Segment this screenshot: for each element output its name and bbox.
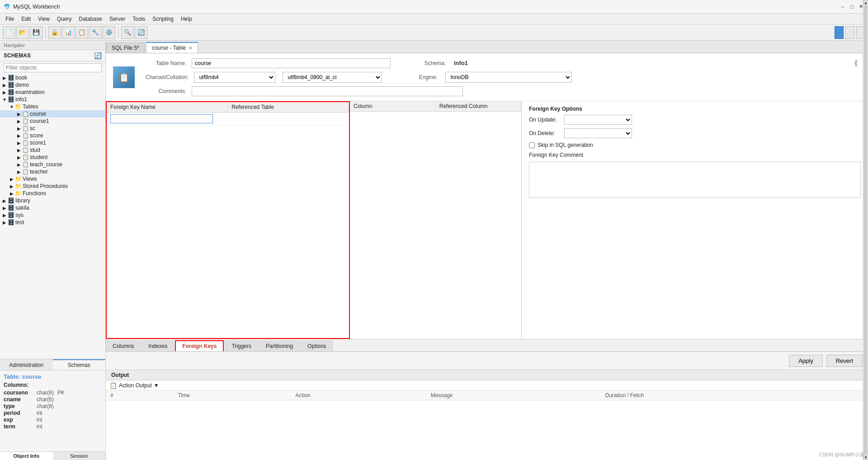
table-teach-course[interactable]: ▶ 📋 teach_course: [0, 161, 105, 168]
toolbar-save[interactable]: 💾: [30, 26, 42, 39]
table-teacher[interactable]: ▶ 📋 teacher: [0, 168, 105, 175]
revert-button[interactable]: Revert: [826, 355, 863, 367]
tab-options[interactable]: Options: [301, 341, 333, 351]
tab-course-close-btn[interactable]: ✕: [189, 46, 192, 51]
output-header: Output: [106, 370, 868, 380]
apply-button[interactable]: Apply: [789, 355, 823, 367]
fk-skip-sql-checkbox[interactable]: [529, 142, 535, 148]
toolbar-layout1[interactable]: [835, 26, 844, 39]
schema-info1[interactable]: ▼ 🗄️ info1: [0, 96, 105, 103]
comments-input[interactable]: [192, 86, 463, 96]
table-sc[interactable]: ▶ 📋 sc: [0, 125, 105, 132]
folder-views[interactable]: ▶ 📁 Views: [0, 175, 105, 183]
schema-book[interactable]: ▶ 🗄️ book: [0, 74, 105, 81]
charset-select[interactable]: utf8mb4: [194, 72, 275, 83]
table-score1[interactable]: ▶ 📋 score1: [0, 139, 105, 146]
menu-help[interactable]: Help: [177, 15, 196, 23]
folder-tables[interactable]: ▼ 📁 Tables: [0, 103, 105, 110]
tab-object-info[interactable]: Object Info: [0, 452, 53, 460]
table-course[interactable]: ▶ 📋 course: [0, 110, 105, 117]
toolbar: 📄 📂 💾 🔒 📊 📋 🔧 ⚙️ 🔍 🔄: [0, 24, 868, 41]
table-student[interactable]: ▶ 📋 student: [0, 154, 105, 161]
table-student-label: student: [30, 154, 47, 160]
toolbar-btn5[interactable]: 📊: [62, 26, 75, 39]
tab-triggers[interactable]: Triggers: [225, 341, 258, 351]
menu-edit[interactable]: Edit: [18, 15, 34, 23]
app-title: MySQL Workbench: [13, 4, 60, 10]
filter-objects-input[interactable]: [4, 63, 102, 72]
fk-on-update-row: On Update:: [529, 115, 861, 125]
tab-session[interactable]: Session: [53, 452, 106, 460]
comments-label: Comments:: [146, 88, 186, 94]
scroll-thumb[interactable]: [863, 101, 868, 339]
fk-on-delete-row: On Delete:: [529, 128, 861, 138]
tab-schemas[interactable]: Schemas: [53, 359, 106, 370]
toolbar-new[interactable]: 📄: [3, 26, 15, 39]
toolbar-layout2[interactable]: [845, 26, 854, 39]
maximize-button[interactable]: □: [848, 3, 855, 10]
fk-on-update-select[interactable]: [564, 115, 632, 125]
fk-col-name: Foreign Key Name: [107, 102, 228, 113]
schema-test-label: test: [15, 219, 24, 225]
engine-select[interactable]: InnoDB: [445, 72, 572, 83]
table-editor: 📋 Table Name: Schema: info1 ⟪ Charset/Co…: [106, 53, 868, 460]
fk-middle-panel: Column Referenced Column: [350, 101, 522, 339]
menu-view[interactable]: View: [34, 15, 53, 23]
output-dropdown-arrow[interactable]: ▼: [154, 382, 159, 389]
fk-name-input[interactable]: [110, 114, 213, 123]
schema-tree: ▶ 🗄️ book ▶ 🗄️ demo ▶ 🗄️ examination: [0, 74, 105, 359]
tab-course-table[interactable]: course - Table ✕: [146, 42, 198, 53]
menu-file[interactable]: File: [2, 15, 18, 23]
tab-foreign-keys[interactable]: Foreign Keys: [175, 340, 224, 351]
tab-indexes[interactable]: Indexes: [142, 341, 174, 351]
tab-partitioning[interactable]: Partitioning: [259, 341, 300, 351]
minimize-button[interactable]: −: [839, 3, 846, 10]
fk-skip-sql-label: Skip in SQL generation: [538, 142, 593, 148]
table-name-input[interactable]: [192, 58, 391, 68]
toolbar-open[interactable]: 📂: [16, 26, 29, 39]
menu-query[interactable]: Query: [53, 15, 75, 23]
tab-administration[interactable]: Administration: [0, 359, 53, 370]
table-course1[interactable]: ▶ 📋 course1: [0, 117, 105, 125]
menu-tools[interactable]: Tools: [129, 15, 149, 23]
toolbar-btn4[interactable]: 🔒: [48, 26, 61, 39]
menu-scripting[interactable]: Scripting: [149, 15, 177, 23]
schema-label: Schema:: [405, 60, 446, 66]
cols-label: Columns:: [4, 382, 102, 388]
collation-select[interactable]: utf8mb4_0900_ai_ci: [283, 72, 382, 83]
schema-examination[interactable]: ▶ 🗄️ examination: [0, 89, 105, 96]
schema-test[interactable]: ▶ 🗄️ test: [0, 219, 105, 226]
menu-server[interactable]: Server: [106, 15, 129, 23]
toolbar-btn8[interactable]: ⚙️: [103, 26, 115, 39]
table-stud[interactable]: ▶ 📋 stud: [0, 146, 105, 154]
fk-comment-textarea[interactable]: [529, 162, 861, 198]
output-table: # Time Action Message Duration / Fetch: [106, 391, 868, 460]
left-panel: Navigator SCHEMAS 🔄 ▶ 🗄️ book ▶ 🗄️ demo: [0, 41, 106, 460]
toolbar-search[interactable]: 🔍: [121, 26, 134, 39]
output-panel: Output 📋 Action Output ▼ # Time Action: [106, 370, 868, 460]
toolbar-btn6[interactable]: 📋: [75, 26, 88, 39]
schema-library[interactable]: ▶ 🗄️ library: [0, 197, 105, 204]
folder-functions[interactable]: ▶ 📁 Functions: [0, 190, 105, 197]
tab-columns[interactable]: Columns: [106, 341, 141, 351]
folder-stored-procedures[interactable]: ▶ 📁 Stored Procedures: [0, 183, 105, 190]
fk-right-scrollbar[interactable]: ▲ ▼: [863, 101, 868, 339]
title-bar: 🐬 MySQL Workbench − □ ✕: [0, 0, 868, 14]
schema-demo[interactable]: ▶ 🗄️ demo: [0, 81, 105, 89]
schema-sakila[interactable]: ▶ 🗄️ sakila: [0, 204, 105, 211]
toolbar-btn7[interactable]: 🔧: [89, 26, 102, 39]
menu-database[interactable]: Database: [75, 15, 106, 23]
schemas-refresh-icon[interactable]: 🔄: [94, 52, 102, 59]
obj-session-tabs: Object Info Session: [0, 451, 105, 460]
tab-sql-file[interactable]: SQL File 5*: [106, 42, 145, 53]
table-score[interactable]: ▶ 📋 score: [0, 132, 105, 139]
fk-middle-row: [350, 112, 521, 112]
table-course-label: course: [30, 111, 46, 117]
info-panel: Table: course Columns: courseno char(6) …: [0, 370, 105, 451]
collapse-button[interactable]: ⟪: [851, 58, 861, 68]
watermark: CSDN @GUMP小吴: [819, 451, 864, 458]
schema-sys[interactable]: ▶ 🗄️ sys: [0, 211, 105, 219]
fk-ref-table-cell: [228, 113, 349, 126]
toolbar-refresh[interactable]: 🔄: [135, 26, 147, 39]
fk-on-delete-select[interactable]: [564, 128, 632, 138]
